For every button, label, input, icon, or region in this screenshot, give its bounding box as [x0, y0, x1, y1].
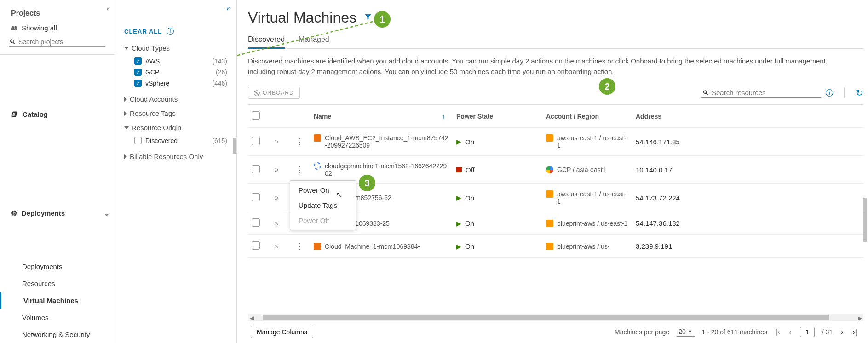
- nav-deployments[interactable]: ⚙︎ Deployments ⌄: [0, 159, 115, 258]
- checkbox-unchecked-icon[interactable]: [134, 137, 142, 144]
- last-page-icon[interactable]: ›|: [852, 328, 858, 336]
- people-icon: 👥︎: [11, 24, 18, 32]
- filter-gcp-row[interactable]: ✓ GCP (26): [124, 67, 227, 78]
- name-cell[interactable]: cloudgcpmachine1-mcm1562-166264222902: [310, 160, 453, 180]
- row-checkbox[interactable]: [252, 165, 260, 173]
- filter-panel: « CLEAR ALL i Cloud Types ✓ AWS (143) ✓ …: [115, 0, 237, 343]
- filter-discovered-row[interactable]: Discovered (615): [124, 135, 227, 146]
- divider: [844, 88, 845, 98]
- select-all-checkbox[interactable]: [252, 111, 260, 120]
- nav-sub-deployments[interactable]: Deployments: [0, 258, 115, 275]
- page-title-row: Virtual Machines: [248, 9, 863, 26]
- prev-page-icon[interactable]: ‹: [788, 328, 793, 336]
- vm-name: Cloud_Machine_1-mcm1069384-: [325, 243, 420, 250]
- sort-ascending-icon[interactable]: ↑: [442, 113, 445, 120]
- table-row: »⋮Cloud_AWS_EC2_Instance_1-mcm875742-209…: [248, 128, 863, 156]
- col-name[interactable]: Name ↑: [310, 110, 453, 123]
- chevron-right-icon: [124, 154, 127, 159]
- table-row: »⋮Cloud_Machine_1-mcm1069384-▶Onblueprin…: [248, 235, 863, 258]
- row-checkbox[interactable]: [252, 218, 260, 227]
- ctx-power-on[interactable]: Power On: [290, 183, 356, 198]
- expand-row-icon[interactable]: »: [275, 166, 279, 173]
- col-address[interactable]: Address: [632, 110, 747, 123]
- deployments-icon: ⚙︎: [11, 209, 17, 217]
- tab-managed[interactable]: Managed: [299, 33, 329, 48]
- row-checkbox[interactable]: [252, 137, 260, 145]
- onboard-button[interactable]: ONBOARD: [248, 87, 300, 99]
- nav-sub-virtual-machines[interactable]: Virtual Machines: [0, 292, 115, 309]
- nav-sub-volumes[interactable]: Volumes: [0, 309, 115, 326]
- scrollbar-thumb[interactable]: [233, 138, 236, 154]
- col-account[interactable]: Account / Region: [542, 110, 632, 123]
- search-resources-field[interactable]: 🔍︎: [701, 88, 821, 98]
- row-actions-icon[interactable]: ⋮: [295, 165, 304, 174]
- col-power[interactable]: Power State: [453, 110, 542, 123]
- info-icon[interactable]: i: [826, 89, 833, 97]
- showing-all-row[interactable]: 👥︎ Showing all: [0, 21, 115, 34]
- filter-resource-origin-toggle[interactable]: Resource Origin: [124, 124, 227, 131]
- scrollbar-thumb[interactable]: [863, 198, 867, 242]
- annotation-2: 2: [599, 78, 615, 95]
- account-badge-icon: [546, 243, 553, 250]
- table-row: »⋮cloudgcpmachine1-mcm1562-166264222902O…: [248, 156, 863, 184]
- power-state: On: [465, 138, 474, 146]
- nav-sub-networking[interactable]: Networking & Security: [0, 326, 115, 343]
- prohibit-icon: [254, 90, 260, 96]
- nav-catalog[interactable]: 📚︎ Catalog: [0, 60, 115, 159]
- search-icon: 🔍︎: [702, 89, 709, 97]
- collapse-filter-icon[interactable]: «: [226, 5, 230, 12]
- chevron-down-icon: ▼: [688, 329, 693, 334]
- filter-resource-tags-toggle[interactable]: Resource Tags: [124, 109, 227, 117]
- annotation-3: 3: [359, 175, 375, 191]
- search-projects-input[interactable]: [18, 38, 105, 46]
- address-cell: 54.146.171.35: [632, 135, 747, 149]
- row-actions-icon[interactable]: ⋮: [295, 242, 304, 251]
- name-cell[interactable]: Cloud_Machine_1-mcm1069384-: [310, 240, 453, 253]
- manage-columns-button[interactable]: Manage Columns: [251, 326, 313, 338]
- row-checkbox[interactable]: [252, 241, 260, 250]
- row-checkbox[interactable]: [252, 193, 260, 201]
- nav-sub-resources[interactable]: Resources: [0, 275, 115, 292]
- page-input[interactable]: [800, 327, 815, 337]
- address-cell: 10.140.0.17: [632, 163, 747, 177]
- account-cell: blueprint-aws / us-east-1: [542, 217, 632, 230]
- filter-cloud-types-toggle[interactable]: Cloud Types: [124, 44, 227, 52]
- search-resources-input[interactable]: [712, 89, 820, 97]
- play-icon: ▶: [456, 243, 461, 250]
- stop-icon: [456, 167, 462, 172]
- filter-billable-toggle[interactable]: Billable Resources Only: [124, 153, 227, 160]
- first-page-icon[interactable]: |‹: [775, 328, 781, 336]
- account-badge-icon: [546, 134, 553, 142]
- checkbox-checked-icon[interactable]: ✓: [134, 69, 142, 76]
- filter-aws-row[interactable]: ✓ AWS (143): [124, 56, 227, 67]
- expand-row-icon[interactable]: »: [275, 137, 279, 145]
- chevron-down-icon: [124, 47, 129, 50]
- refresh-icon[interactable]: ↻: [856, 87, 863, 98]
- ctx-update-tags[interactable]: Update Tags: [290, 198, 356, 213]
- name-cell[interactable]: Cloud_AWS_EC2_Instance_1-mcm875742-20992…: [310, 131, 453, 152]
- filter-icon[interactable]: [364, 12, 372, 23]
- table-footer: Manage Columns Machines per page 20 ▼ 1 …: [248, 320, 863, 343]
- tabs: Discovered Managed: [248, 33, 863, 49]
- checkbox-checked-icon[interactable]: ✓: [134, 57, 142, 65]
- gcp-icon: [314, 162, 321, 170]
- next-page-icon[interactable]: ›: [840, 328, 844, 336]
- clear-all-button[interactable]: CLEAR ALL i: [124, 28, 227, 35]
- info-icon[interactable]: i: [167, 28, 174, 35]
- per-page-select[interactable]: 20 ▼: [677, 328, 694, 337]
- account-cell: aws-us-east-1 / us-east-1: [542, 131, 632, 152]
- tab-discovered[interactable]: Discovered: [248, 33, 285, 48]
- checkbox-checked-icon[interactable]: ✓: [134, 80, 142, 87]
- chevron-down-icon: ⌄: [104, 209, 110, 217]
- row-actions-icon[interactable]: ⋮: [295, 137, 304, 146]
- page-title: Virtual Machines: [248, 9, 356, 26]
- filter-vsphere-row[interactable]: ✓ vSphere (446): [124, 78, 227, 89]
- aws-icon: [314, 134, 321, 142]
- expand-row-icon[interactable]: »: [275, 219, 279, 227]
- search-projects-field[interactable]: 🔍︎: [9, 38, 105, 47]
- page-description: Discovered machines are identified when …: [248, 56, 836, 77]
- filter-cloud-accounts-toggle[interactable]: Cloud Accounts: [124, 95, 227, 103]
- collapse-left-icon[interactable]: «: [106, 5, 110, 12]
- expand-row-icon[interactable]: »: [275, 242, 279, 250]
- expand-row-icon[interactable]: »: [275, 194, 279, 201]
